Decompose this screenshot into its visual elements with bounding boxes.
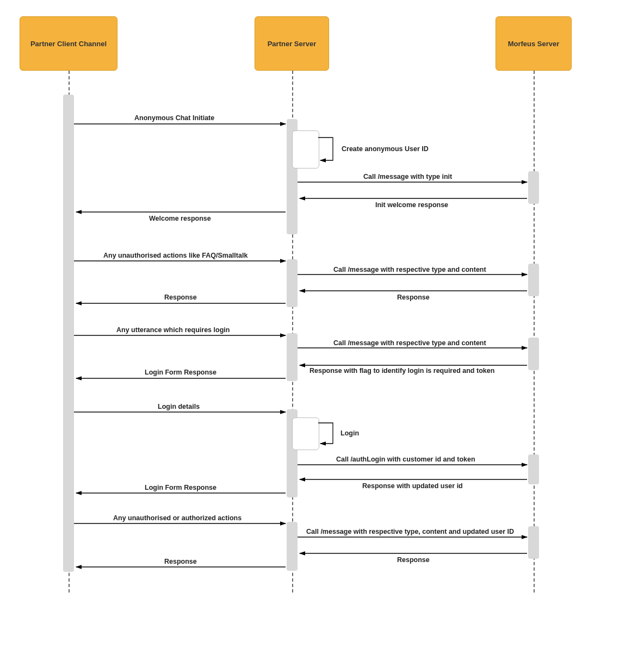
- msg-anonymous-chat-initiate: Anonymous Chat Initiate: [134, 114, 214, 122]
- msg-response-1: Response: [397, 294, 430, 301]
- msg-init-welcome-response: Init welcome response: [375, 201, 448, 209]
- participant-partner-label: Partner Server: [268, 40, 317, 48]
- activation-morfeus-2: [528, 264, 539, 296]
- activation-morfeus-1: [528, 171, 539, 204]
- participant-client-label: Partner Client Channel: [30, 40, 107, 48]
- msg-call-authlogin: Call /authLogin with customer id and tok…: [336, 456, 475, 463]
- msg-unauthorised-faq: Any unauthorised actions like FAQ/Smallt…: [103, 252, 247, 259]
- msg-response-2: Response: [397, 556, 430, 564]
- msg-create-anonymous-userid: Create anonymous User ID: [342, 145, 429, 153]
- participant-partner: Partner Server: [255, 16, 329, 71]
- activation-partner-3: [287, 333, 298, 381]
- msg-call-message-init: Call /message with type init: [363, 173, 452, 180]
- msg-welcome-response: Welcome response: [149, 215, 211, 222]
- msg-response-client-2: Response: [164, 558, 197, 565]
- participant-morfeus: Morfeus Server: [496, 16, 572, 71]
- self-box-create-userid: [292, 130, 319, 169]
- arrows-layer: [0, 0, 644, 661]
- activation-client-main: [63, 95, 74, 572]
- msg-response-client-1: Response: [164, 294, 197, 301]
- participant-client: Partner Client Channel: [20, 16, 117, 71]
- msg-response-updated-userid: Response with updated user id: [362, 482, 463, 490]
- lifeline-morfeus: [534, 71, 535, 593]
- msg-unauthorised-authorized-actions: Any unauthorised or authorized actions: [113, 514, 242, 522]
- activation-morfeus-3: [528, 338, 539, 370]
- self-box-login: [292, 417, 319, 450]
- msg-utterance-requires-login: Any utterance which requires login: [116, 326, 230, 334]
- msg-login-form-response-1: Login Form Response: [145, 369, 216, 376]
- msg-login-form-response-2: Login Form Response: [145, 484, 216, 491]
- msg-call-message-type-content-1: Call /message with respective type and c…: [333, 266, 486, 273]
- msg-response-login-required-token: Response with flag to identify login is …: [309, 367, 494, 375]
- participant-morfeus-label: Morfeus Server: [508, 40, 560, 48]
- msg-call-message-type-content-2: Call /message with respective type and c…: [333, 339, 486, 347]
- activation-partner-5: [287, 522, 298, 571]
- msg-login: Login: [340, 429, 359, 437]
- activation-partner-2: [287, 259, 298, 307]
- activation-morfeus-4: [528, 454, 539, 484]
- msg-login-details: Login details: [158, 403, 200, 410]
- msg-call-message-updated-userid: Call /message with respective type, cont…: [306, 528, 514, 535]
- activation-morfeus-5: [528, 526, 539, 559]
